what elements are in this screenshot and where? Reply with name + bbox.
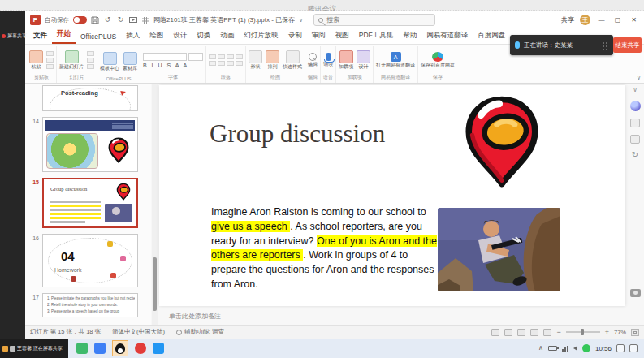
align-center-icon[interactable]: [218, 61, 225, 66]
tab-review[interactable]: 审阅: [307, 28, 331, 44]
share-button[interactable]: 共享: [561, 15, 574, 24]
fit-to-window-icon[interactable]: [631, 329, 639, 336]
tab-design[interactable]: 设计: [168, 28, 192, 44]
search-box[interactable]: [313, 14, 435, 26]
thumbnail-scrollbar[interactable]: [152, 84, 158, 325]
shapes-button[interactable]: 形状: [249, 50, 262, 70]
normal-view-icon[interactable]: [504, 329, 512, 336]
panel-icon[interactable]: [630, 119, 640, 127]
tab-baidu-netdisk[interactable]: 百度网盘: [473, 28, 510, 44]
zoom-in-button[interactable]: +: [605, 328, 609, 336]
sync-icon[interactable]: ↻: [632, 151, 638, 159]
aron-ralston-photo[interactable]: [438, 208, 560, 291]
align-right-icon[interactable]: [227, 61, 234, 66]
user-avatar[interactable]: 王: [580, 15, 590, 25]
undo-icon[interactable]: ↺: [103, 16, 112, 24]
slide-body-text[interactable]: Imagine Aron Ralston is coming to our sc…: [211, 205, 439, 292]
autosave-toggle[interactable]: [73, 16, 87, 24]
tab-home[interactable]: 开始: [52, 27, 76, 44]
slide-title[interactable]: Group discussion: [210, 119, 385, 149]
tab-slideshow[interactable]: 幻灯片放映: [239, 28, 283, 44]
camera-icon[interactable]: [630, 289, 641, 297]
tab-draw[interactable]: 绘图: [145, 28, 168, 44]
align-left-icon[interactable]: [209, 61, 216, 66]
clock[interactable]: 10:56: [595, 345, 612, 352]
slide-thumbnail-14[interactable]: [42, 117, 138, 172]
tab-transitions[interactable]: 切换: [192, 28, 215, 44]
layout-icon[interactable]: [87, 51, 94, 56]
slide-sorter-icon[interactable]: [517, 329, 525, 336]
tab-file[interactable]: 文件: [28, 28, 52, 44]
template-center-button[interactable]: 模板中心: [100, 52, 119, 71]
open-youdao-button[interactable]: A 打开网易有道翻译: [376, 52, 415, 68]
assistant-orb-icon[interactable]: [630, 101, 641, 111]
editing-button[interactable]: 编辑: [308, 53, 318, 67]
show-desktop-button[interactable]: [629, 344, 638, 352]
maximize-button[interactable]: ▢: [612, 16, 623, 24]
notes-toggle-icon[interactable]: [491, 329, 499, 336]
wechat-tray-icon[interactable]: [582, 344, 590, 352]
cut-icon[interactable]: [46, 51, 54, 56]
section-icon[interactable]: [87, 64, 94, 69]
notification-icon[interactable]: [616, 344, 625, 352]
collapse-ribbon-icon[interactable]: ∨: [637, 75, 641, 81]
tab-pdf-tools[interactable]: PDF工具集: [354, 28, 399, 44]
messenger-taskbar-icon[interactable]: [153, 343, 164, 354]
speaking-indicator[interactable]: 正在讲话：史某某: [510, 35, 613, 55]
netease-taskbar-icon[interactable]: [135, 343, 146, 354]
stop-share-button[interactable]: 结束共享: [613, 37, 642, 53]
addins-button[interactable]: 加载项: [339, 50, 353, 70]
slideshow-icon[interactable]: [129, 16, 137, 24]
slide-thumbnail-panel[interactable]: Post-reading 14: [25, 84, 151, 325]
wechat-taskbar-icon[interactable]: [76, 343, 88, 354]
meeting-share-pill[interactable]: 王蓉馨 正在屏幕共享: [0, 339, 68, 358]
grid-icon[interactable]: [141, 16, 149, 24]
minimize-button[interactable]: —: [596, 16, 607, 24]
save-to-netdisk-button[interactable]: 保存到百度网盘: [421, 52, 455, 68]
slide-thumbnail-13[interactable]: Post-reading: [42, 85, 138, 111]
zoom-out-button[interactable]: −: [556, 328, 560, 336]
tab-view[interactable]: 视图: [331, 28, 354, 44]
search-input[interactable]: [326, 16, 430, 24]
slide-thumbnail-17[interactable]: 1. Please imitate the paragraphs you lik…: [42, 293, 138, 317]
reading-view-icon[interactable]: [530, 329, 538, 336]
scrollbar-thumb[interactable]: [153, 257, 157, 311]
save-icon[interactable]: [91, 16, 99, 24]
pin-logo-icon[interactable]: [456, 93, 547, 189]
asset-library-button[interactable]: 素材库: [123, 52, 137, 71]
slideshow-view-icon[interactable]: [543, 329, 551, 336]
slide-thumbnail-16[interactable]: 04 Homework: [42, 234, 138, 287]
notes-placeholder[interactable]: 单击此处添加备注: [169, 312, 221, 321]
language-indicator[interactable]: 简体中文(中国大陆): [112, 328, 165, 336]
designer-button[interactable]: 设计: [357, 50, 370, 70]
arrange-button[interactable]: 排列: [266, 50, 279, 70]
font-style-buttons[interactable]: B I U S A A: [143, 63, 188, 68]
network-icon[interactable]: [562, 346, 568, 352]
paste-button[interactable]: 粘贴: [29, 50, 43, 70]
qq-taskbar-active[interactable]: [112, 340, 128, 356]
filename-chevron-icon[interactable]: ∨: [299, 17, 303, 24]
zoom-slider[interactable]: [566, 331, 600, 333]
slide-thumbnail-15-selected[interactable]: Group discussion: [42, 178, 138, 228]
read-aloud-button[interactable]: 诵读: [323, 53, 333, 67]
tab-record[interactable]: 录制: [283, 28, 307, 44]
line-spacing-icon[interactable]: [236, 54, 243, 59]
tab-youdao-translate[interactable]: 网易有道翻译: [421, 28, 473, 44]
font-size-select[interactable]: [188, 53, 203, 61]
copy-icon[interactable]: [46, 58, 54, 63]
new-slide-button[interactable]: 新建幻灯片: [59, 50, 84, 70]
layers-icon[interactable]: [630, 135, 640, 144]
battery-icon[interactable]: [548, 346, 557, 351]
tab-officeplus[interactable]: OfficePLUS: [76, 30, 121, 44]
close-button[interactable]: ✕: [629, 16, 639, 24]
tab-insert[interactable]: 插入: [121, 28, 145, 44]
tray-chevron-icon[interactable]: ∧: [538, 345, 543, 352]
slide-canvas[interactable]: Group discussion Imagine Aron Ralston is…: [159, 85, 625, 306]
drag-handle-icon[interactable]: [602, 41, 608, 50]
tab-animations[interactable]: 动画: [215, 28, 239, 44]
reset-icon[interactable]: [87, 58, 94, 63]
redo-icon[interactable]: ↻: [116, 16, 125, 24]
indent-icon[interactable]: [227, 54, 234, 59]
format-painter-icon[interactable]: [46, 64, 54, 69]
justify-icon[interactable]: [236, 61, 243, 66]
